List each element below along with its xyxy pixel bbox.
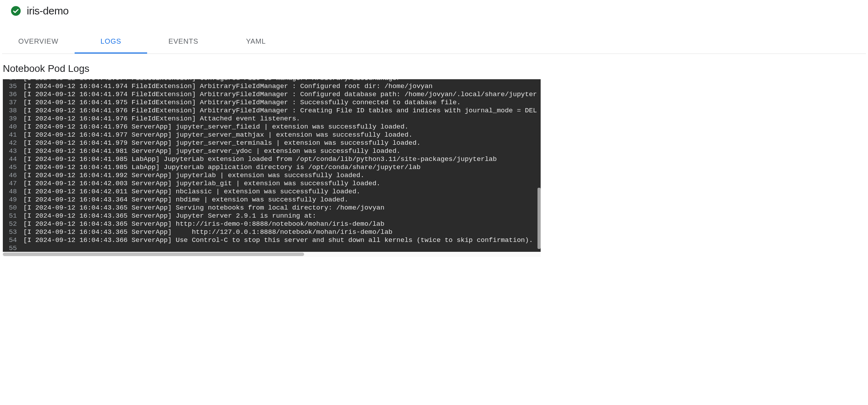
page-title: iris-demo xyxy=(27,5,69,17)
log-line: 34[I 2024-09-12 16:04:41.974 FileIdExten… xyxy=(3,79,541,82)
log-line: 37[I 2024-09-12 16:04:41.975 FileIdExten… xyxy=(3,99,541,107)
log-line-number: 46 xyxy=(3,172,23,180)
log-line-text: [I 2024-09-12 16:04:43.365 ServerApp] ht… xyxy=(23,220,384,228)
tab-logs[interactable]: LOGS xyxy=(75,31,147,54)
log-line: 42[I 2024-09-12 16:04:41.979 ServerApp] … xyxy=(3,139,541,147)
tabs: OVERVIEW LOGS EVENTS YAML xyxy=(2,31,866,54)
log-line-text: [I 2024-09-12 16:04:43.365 ServerApp] Se… xyxy=(23,204,384,212)
vertical-scrollbar[interactable] xyxy=(537,79,541,252)
log-line-text: [I 2024-09-12 16:04:41.976 ServerApp] ju… xyxy=(23,123,409,131)
log-line-text: [I 2024-09-12 16:04:41.985 LabApp] Jupyt… xyxy=(23,163,421,172)
log-line-number: 49 xyxy=(3,196,23,204)
log-line-number: 48 xyxy=(3,188,23,196)
svg-point-0 xyxy=(11,6,21,16)
log-line-number: 54 xyxy=(3,236,23,244)
log-line: 45[I 2024-09-12 16:04:41.985 LabApp] Jup… xyxy=(3,163,541,172)
log-line-text: [I 2024-09-12 16:04:41.976 FileIdExtensi… xyxy=(23,115,300,123)
log-line-text: [I 2024-09-12 16:04:43.366 ServerApp] Us… xyxy=(23,236,533,244)
tab-overview[interactable]: OVERVIEW xyxy=(2,31,75,54)
log-line: 48[I 2024-09-12 16:04:42.011 ServerApp] … xyxy=(3,188,541,196)
log-line: 47[I 2024-09-12 16:04:42.003 ServerApp] … xyxy=(3,180,541,188)
log-line-number: 34 xyxy=(3,79,23,82)
log-line-number: 51 xyxy=(3,212,23,220)
log-line-text: [I 2024-09-12 16:04:42.011 ServerApp] nb… xyxy=(23,188,360,196)
log-line-number: 44 xyxy=(3,155,23,163)
log-line-text: [I 2024-09-12 16:04:43.364 ServerApp] nb… xyxy=(23,196,348,204)
section-heading: Notebook Pod Logs xyxy=(0,54,868,79)
log-line-text: [I 2024-09-12 16:04:42.003 ServerApp] ju… xyxy=(23,180,380,188)
log-line-text: [I 2024-09-12 16:04:41.985 LabApp] Jupyt… xyxy=(23,155,497,163)
horizontal-scrollbar[interactable] xyxy=(3,252,541,257)
log-line: 50[I 2024-09-12 16:04:43.365 ServerApp] … xyxy=(3,204,541,212)
log-line: 41[I 2024-09-12 16:04:41.977 ServerApp] … xyxy=(3,131,541,139)
log-line-text: [I 2024-09-12 16:04:41.979 ServerApp] ju… xyxy=(23,139,421,147)
log-line-text: [I 2024-09-12 16:04:41.974 FileIdExtensi… xyxy=(23,82,433,91)
log-line: 35[I 2024-09-12 16:04:41.974 FileIdExten… xyxy=(3,82,541,91)
log-line-number: 52 xyxy=(3,220,23,228)
log-line-text: [I 2024-09-12 16:04:43.365 ServerApp] ht… xyxy=(23,228,392,236)
tab-events[interactable]: EVENTS xyxy=(147,31,220,54)
log-line-number: 55 xyxy=(3,244,23,252)
log-line: 53[I 2024-09-12 16:04:43.365 ServerApp] … xyxy=(3,228,541,236)
log-viewer[interactable]: 34[I 2024-09-12 16:04:41.974 FileIdExten… xyxy=(3,79,541,252)
log-line: 40[I 2024-09-12 16:04:41.976 ServerApp] … xyxy=(3,123,541,131)
log-line-number: 47 xyxy=(3,180,23,188)
tab-yaml[interactable]: YAML xyxy=(220,31,292,54)
log-line-number: 53 xyxy=(3,228,23,236)
log-line-number: 36 xyxy=(3,91,23,99)
log-line: 43[I 2024-09-12 16:04:41.981 ServerApp] … xyxy=(3,147,541,155)
log-line: 49[I 2024-09-12 16:04:43.364 ServerApp] … xyxy=(3,196,541,204)
log-line-number: 37 xyxy=(3,99,23,107)
log-line-text: [I 2024-09-12 16:04:41.976 FileIdExtensi… xyxy=(23,107,541,115)
status-ok-icon xyxy=(11,6,21,16)
log-panel: 34[I 2024-09-12 16:04:41.974 FileIdExten… xyxy=(3,79,865,257)
log-line-number: 39 xyxy=(3,115,23,123)
log-line-number: 45 xyxy=(3,163,23,172)
log-line: 55 xyxy=(3,244,541,252)
horizontal-scrollbar-thumb[interactable] xyxy=(3,253,304,256)
log-line-number: 40 xyxy=(3,123,23,131)
log-line-number: 38 xyxy=(3,107,23,115)
header: iris-demo xyxy=(0,0,868,22)
log-line-number: 50 xyxy=(3,204,23,212)
log-line-text: [I 2024-09-12 16:04:41.977 ServerApp] ju… xyxy=(23,131,413,139)
vertical-scrollbar-thumb[interactable] xyxy=(537,188,541,249)
log-line-number: 35 xyxy=(3,82,23,91)
log-line: 39[I 2024-09-12 16:04:41.976 FileIdExten… xyxy=(3,115,541,123)
log-line-number: 43 xyxy=(3,147,23,155)
log-line: 52[I 2024-09-12 16:04:43.365 ServerApp] … xyxy=(3,220,541,228)
log-line: 46[I 2024-09-12 16:04:41.992 ServerApp] … xyxy=(3,172,541,180)
log-line: 36[I 2024-09-12 16:04:41.974 FileIdExten… xyxy=(3,91,541,99)
log-line-text: [I 2024-09-12 16:04:41.974 FileIdExtensi… xyxy=(23,91,541,99)
log-line: 38[I 2024-09-12 16:04:41.976 FileIdExten… xyxy=(3,107,541,115)
log-line-text: [I 2024-09-12 16:04:41.975 FileIdExtensi… xyxy=(23,99,461,107)
log-line-text: [I 2024-09-12 16:04:41.974 FileIdExtensi… xyxy=(23,79,401,82)
log-line-text: [I 2024-09-12 16:04:43.365 ServerApp] Ju… xyxy=(23,212,316,220)
log-line-text: [I 2024-09-12 16:04:41.992 ServerApp] ju… xyxy=(23,172,364,180)
log-line: 44[I 2024-09-12 16:04:41.985 LabApp] Jup… xyxy=(3,155,541,163)
log-line-number: 41 xyxy=(3,131,23,139)
log-line: 54[I 2024-09-12 16:04:43.366 ServerApp] … xyxy=(3,236,541,244)
log-line-number: 42 xyxy=(3,139,23,147)
log-line-text: [I 2024-09-12 16:04:41.981 ServerApp] ju… xyxy=(23,147,401,155)
log-line: 51[I 2024-09-12 16:04:43.365 ServerApp] … xyxy=(3,212,541,220)
